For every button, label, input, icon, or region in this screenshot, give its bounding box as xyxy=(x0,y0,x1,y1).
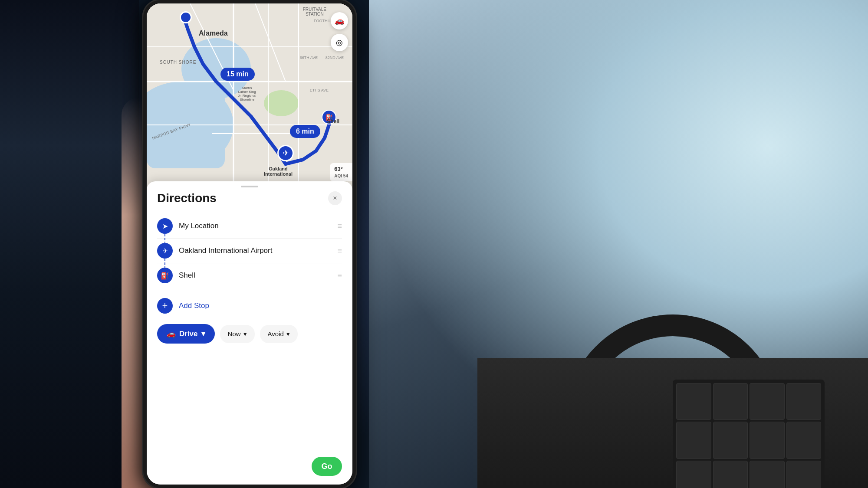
svg-point-4 xyxy=(264,90,299,116)
my-location-label: My Location xyxy=(179,222,331,230)
map-label-alameda: Alameda xyxy=(199,29,228,37)
car-console xyxy=(673,380,825,488)
drive-label: Drive xyxy=(179,330,198,338)
directions-panel: Directions × ➤ My Location ≡ xyxy=(147,181,352,485)
waypoint-my-location[interactable]: ➤ My Location ≡ xyxy=(157,214,342,239)
svg-rect-3 xyxy=(147,90,225,168)
map-label-eths-ave: ETHS AVE xyxy=(310,88,329,92)
airport-icon: ✈ xyxy=(157,243,173,259)
now-dropdown[interactable]: Now ▾ xyxy=(220,325,255,343)
parking-button[interactable]: 🚗 xyxy=(331,12,348,29)
aqi: AQI 54 xyxy=(334,174,348,178)
gas-station-map-label: Shell xyxy=(327,118,339,124)
temperature: 63° xyxy=(334,166,343,172)
map-label-66th: 66TH AVE xyxy=(300,56,318,60)
drive-button[interactable]: 🚗 Drive ▾ xyxy=(157,324,215,344)
airport-map-label: OaklandInternational xyxy=(264,166,293,177)
add-stop-icon: + xyxy=(157,298,173,314)
avoid-chevron-icon: ▾ xyxy=(286,330,290,338)
controls-row: 🚗 Drive ▾ Now ▾ Avoid ▾ xyxy=(157,324,342,344)
weather-badge: 63° AQI 54 xyxy=(330,163,352,181)
time-bubble-2: 6 min xyxy=(290,125,320,138)
panel-header: Directions × xyxy=(157,191,342,205)
airport-label: Oakland International Airport xyxy=(179,246,331,255)
car-icon: 🚗 xyxy=(167,329,176,338)
map-area[interactable]: Alameda SOUTH SHORE HARBOR BAY PKWY FRUI… xyxy=(147,3,352,190)
waypoint-shell[interactable]: ⛽ Shell ≡ xyxy=(157,263,342,288)
time-bubble-1: 15 min xyxy=(220,68,255,81)
drag-handle-3[interactable]: ≡ xyxy=(337,271,342,280)
shell-label: Shell xyxy=(179,271,331,280)
drive-chevron-icon: ▾ xyxy=(201,329,205,338)
phone-device: Alameda SOUTH SHORE HARBOR BAY PKWY FRUI… xyxy=(143,0,356,488)
map-label-south-shore: SOUTH SHORE xyxy=(160,60,196,65)
avoid-label: Avoid xyxy=(268,330,284,337)
now-chevron-icon: ▾ xyxy=(243,330,247,338)
avoid-dropdown[interactable]: Avoid ▾ xyxy=(260,325,298,343)
waypoint-airport[interactable]: ✈ Oakland International Airport ≡ xyxy=(157,239,342,263)
close-button[interactable]: × xyxy=(328,191,342,205)
add-stop-row[interactable]: + Add Stop xyxy=(157,295,342,317)
map-label-mlk: MartinLuther KingJr. RegionalShoreline xyxy=(238,86,256,102)
airport-pin: ✈ xyxy=(277,145,294,161)
drag-handle-1[interactable]: ≡ xyxy=(337,222,342,231)
waypoints-list: ➤ My Location ≡ ✈ Oakland International … xyxy=(157,214,342,288)
go-label: Go xyxy=(322,462,332,471)
shell-icon: ⛽ xyxy=(157,268,173,283)
map-label-fruitvale: FRUITVALESTATION xyxy=(303,7,326,16)
drag-handle[interactable] xyxy=(241,186,258,187)
car-interior-left xyxy=(0,0,139,488)
car-interior-right xyxy=(369,0,868,488)
plus-icon: + xyxy=(162,300,168,311)
start-pin xyxy=(180,11,192,23)
go-button[interactable]: Go xyxy=(312,457,342,476)
phone-screen: Alameda SOUTH SHORE HARBOR BAY PKWY FRUI… xyxy=(147,3,352,485)
location-button[interactable]: ◎ xyxy=(331,34,348,51)
now-label: Now xyxy=(228,330,241,337)
drag-handle-2[interactable]: ≡ xyxy=(337,246,342,255)
dashboard xyxy=(477,358,868,488)
add-stop-label: Add Stop xyxy=(179,301,209,310)
map-label-82nd: 82ND AVE xyxy=(326,56,344,60)
panel-title: Directions xyxy=(157,191,217,205)
my-location-icon: ➤ xyxy=(157,218,173,234)
